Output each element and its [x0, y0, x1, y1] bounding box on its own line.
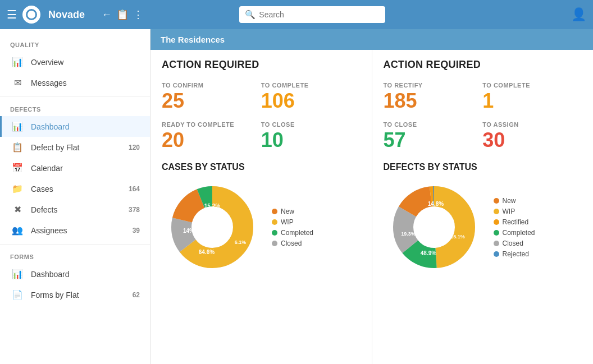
messages-label: Messages	[31, 79, 140, 87]
svg-point-5	[192, 207, 232, 247]
sidebar-item-overview[interactable]: 📊 Overview	[0, 52, 150, 72]
cases-chart-container: 15.2% 14% 64.6% 6.1% New W	[162, 177, 361, 278]
more-options-icon[interactable]: ⋮	[133, 8, 143, 21]
legend-completed: Completed	[272, 229, 313, 237]
defects-by-status-title: DEFECTS BY STATUS	[384, 162, 582, 172]
user-icon[interactable]: 👤	[571, 7, 586, 21]
left-panel: ACTION REQUIRED TO CONFIRM 25 TO COMPLET…	[150, 50, 372, 364]
sidebar-item-defects[interactable]: ✖ Defects 378	[0, 199, 150, 220]
sidebar-item-calendar[interactable]: 📅 Calendar	[0, 158, 150, 178]
cases-donut: 15.2% 14% 64.6% 6.1%	[162, 177, 263, 278]
defect-by-flat-badge: 120	[129, 144, 140, 151]
nav-icons: ← 📋 ⋮	[102, 8, 143, 21]
cases-by-status-title: CASES BY STATUS	[162, 162, 361, 172]
stat-rectify-value: 185	[384, 90, 478, 112]
svg-text:15.1%: 15.1%	[450, 234, 465, 239]
defect-legend-rejected-label: Rejected	[503, 250, 529, 258]
stat-complete-value: 106	[261, 90, 356, 112]
svg-text:14.8%: 14.8%	[427, 201, 443, 207]
cases-donut-svg: 15.2% 14% 64.6% 6.1%	[162, 177, 263, 278]
stat-rectify-label: TO RECTIFY	[384, 82, 478, 89]
right-stats-grid: TO RECTIFY 185 TO COMPLETE 1 TO CLOSE 57…	[384, 79, 582, 156]
stat-to-rectify: TO RECTIFY 185	[384, 79, 483, 118]
svg-text:6.1%: 6.1%	[235, 239, 247, 245]
nav-right: 👤	[571, 7, 586, 22]
search-bar[interactable]: 🔍	[239, 6, 385, 23]
cases-legend: New WIP Completed Closed	[272, 208, 313, 247]
stat-assign-label: TO ASSIGN	[482, 121, 577, 128]
defect-legend-new: New	[494, 197, 535, 205]
defect-legend-wip-label: WIP	[503, 208, 516, 215]
defects-label: Defects	[31, 205, 121, 214]
stat-to-complete-right: TO COMPLETE 1	[482, 79, 582, 118]
defects-icon: ✖	[12, 204, 23, 215]
legend-dot-closed	[272, 241, 277, 246]
sidebar-item-assignees[interactable]: 👥 Assignees 39	[0, 220, 150, 241]
clipboard-icon[interactable]: 📋	[116, 8, 129, 21]
defect-legend-closed-label: Closed	[503, 239, 523, 247]
divider-1	[0, 96, 150, 97]
defect-by-flat-icon: 📋	[12, 142, 23, 153]
stat-to-close-right: TO CLOSE 57	[384, 118, 483, 157]
defect-legend-wip: WIP	[494, 208, 535, 215]
back-button[interactable]: ←	[102, 8, 112, 21]
svg-text:19.3%: 19.3%	[401, 231, 416, 237]
forms-dashboard-label: Dashboard	[31, 270, 140, 279]
defect-dot-closed	[494, 241, 499, 246]
forms-dashboard-icon: 📊	[12, 269, 23, 279]
legend-new: New	[272, 208, 313, 215]
svg-text:48.9%: 48.9%	[420, 250, 436, 256]
svg-text:14%: 14%	[183, 228, 194, 234]
defect-legend-new-label: New	[503, 197, 516, 205]
sidebar-item-messages[interactable]: ✉ Messages	[0, 72, 150, 93]
stat-to-complete-left: TO COMPLETE 106	[261, 79, 361, 118]
sidebar-item-cases[interactable]: 📁 Cases 164	[0, 178, 150, 199]
defect-dot-rectified	[494, 219, 499, 225]
sidebar-item-defects-dashboard[interactable]: 📊 Dashboard	[0, 116, 150, 137]
logo	[22, 6, 40, 24]
cases-icon: 📁	[12, 183, 23, 194]
defect-dot-completed	[494, 230, 499, 236]
search-input[interactable]	[259, 10, 380, 19]
svg-point-17	[414, 207, 454, 247]
defect-legend-rectified: Rectified	[494, 218, 535, 226]
left-stats-grid: TO CONFIRM 25 TO COMPLETE 106 READY TO C…	[162, 79, 361, 156]
assignees-icon: 👥	[12, 225, 23, 236]
legend-dot-completed	[272, 230, 277, 236]
defects-dashboard-icon: 📊	[12, 121, 23, 132]
right-panel: ACTION REQUIRED TO RECTIFY 185 TO COMPLE…	[372, 50, 594, 364]
legend-closed-label: Closed	[281, 239, 302, 247]
calendar-icon: 📅	[12, 163, 23, 173]
sidebar-item-forms-by-flat[interactable]: 📄 Forms by Flat 62	[0, 284, 150, 305]
stat-ready-to-complete: READY TO COMPLETE 20	[162, 118, 261, 157]
stat-close-left-value: 10	[261, 129, 356, 151]
overview-icon: 📊	[12, 57, 23, 67]
stat-complete-label: TO COMPLETE	[261, 82, 356, 89]
cases-badge: 164	[129, 185, 140, 193]
app-body: QUALITY 📊 Overview ✉ Messages DEFECTS 📊 …	[0, 29, 593, 364]
brand-name: Novade	[48, 9, 85, 21]
stat-ready-label: READY TO COMPLETE	[162, 121, 257, 128]
defect-dot-wip	[494, 209, 499, 214]
defect-legend-completed-label: Completed	[503, 229, 535, 237]
defects-badge: 378	[129, 206, 140, 214]
search-icon: 🔍	[245, 10, 256, 20]
stat-close-right-label: TO CLOSE	[384, 121, 478, 128]
stat-close-left-label: TO CLOSE	[261, 121, 356, 128]
right-action-title: ACTION REQUIRED	[384, 59, 582, 71]
sidebar-item-defect-by-flat[interactable]: 📋 Defect by Flat 120	[0, 137, 150, 158]
defect-legend-rectified-label: Rectified	[503, 218, 529, 226]
stat-assign-value: 30	[482, 129, 577, 151]
defects-donut-svg: 14.8% 48.9% 15.1% 19.3%	[384, 177, 485, 278]
sidebar-item-forms-dashboard[interactable]: 📊 Dashboard	[0, 264, 150, 284]
stat-ready-value: 20	[162, 129, 257, 151]
dashboard-area: ACTION REQUIRED TO CONFIRM 25 TO COMPLET…	[150, 50, 593, 364]
forms-section-label: FORMS	[0, 248, 150, 264]
hamburger-icon[interactable]: ☰	[7, 8, 17, 21]
defect-legend-completed: Completed	[494, 229, 535, 237]
project-name: The Residences	[161, 35, 225, 44]
svg-text:15.2%: 15.2%	[204, 203, 220, 209]
stat-confirm-value: 25	[162, 90, 257, 112]
stat-confirm-label: TO CONFIRM	[162, 82, 257, 89]
stat-to-close-left: TO CLOSE 10	[261, 118, 361, 157]
